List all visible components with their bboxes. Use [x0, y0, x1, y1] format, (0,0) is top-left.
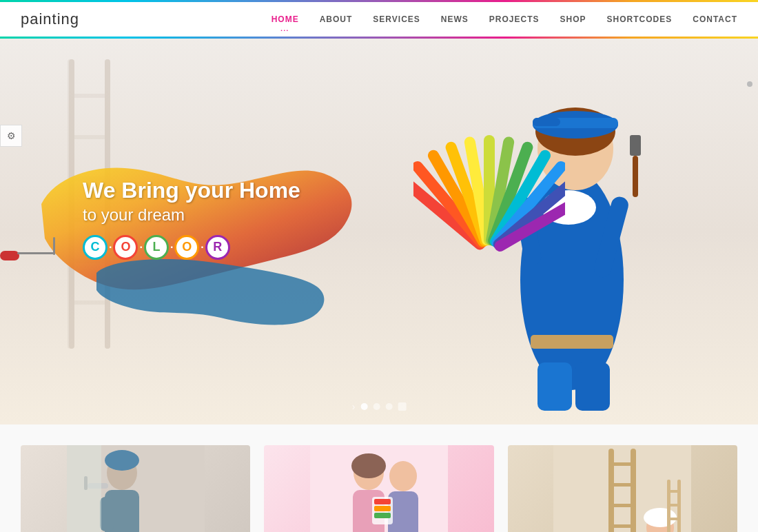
dot-separator-3: · [170, 241, 173, 254]
card-3-figure [508, 445, 737, 532]
svg-point-49 [351, 453, 386, 478]
svg-rect-36 [537, 362, 572, 411]
nav-news[interactable]: NEWS [441, 14, 469, 24]
svg-rect-37 [575, 362, 610, 411]
svg-point-45 [105, 450, 139, 471]
carousel-dot-3[interactable] [385, 403, 392, 410]
svg-rect-35 [531, 335, 613, 349]
card-2-figure [264, 445, 493, 532]
carousel-dot-4[interactable] [398, 402, 406, 411]
nav-about[interactable]: ABOUT [320, 14, 353, 24]
svg-rect-55 [374, 513, 391, 518]
card-ladder [508, 445, 737, 532]
svg-rect-57 [608, 449, 614, 532]
nav-shop[interactable]: SHOP [560, 14, 586, 24]
site-logo[interactable]: painting [21, 10, 79, 28]
carousel-dot-2[interactable] [373, 403, 380, 410]
color-letter-r: R [205, 235, 230, 260]
main-nav: HOME ABOUT SERVICES NEWS PROJECTS SHOP S… [272, 14, 737, 24]
color-letter-o2: O [174, 235, 199, 260]
svg-rect-3 [68, 135, 110, 139]
site-header: painting HOME ABOUT SERVICES NEWS PROJEC… [0, 2, 758, 39]
card-painter [21, 445, 250, 532]
color-word-display: C · O · L · O · R [83, 235, 300, 260]
svg-rect-2 [68, 94, 110, 98]
carousel-dot-1[interactable] [360, 403, 367, 410]
gear-icon: ⚙ [7, 130, 16, 141]
svg-rect-41 [100, 497, 114, 531]
card-couple [264, 445, 493, 532]
svg-rect-60 [608, 483, 636, 487]
nav-services[interactable]: SERVICES [373, 14, 420, 24]
card-1-figure [21, 445, 250, 532]
svg-rect-62 [608, 524, 636, 528]
settings-button[interactable]: ⚙ [0, 125, 22, 147]
hero-text-block: We Bring your Home to your dream C · O ·… [83, 176, 300, 260]
status-dot [747, 81, 752, 87]
svg-rect-58 [631, 449, 636, 532]
svg-point-50 [389, 461, 417, 491]
svg-rect-10 [53, 237, 55, 255]
hero-headline-2: to your dream [83, 205, 300, 225]
nav-home[interactable]: HOME [272, 14, 299, 24]
svg-rect-32 [633, 156, 638, 197]
hero-section: ⚙ [0, 39, 758, 424]
svg-rect-9 [17, 252, 55, 254]
hero-headline-1: We Bring your Home [83, 176, 300, 205]
svg-rect-44 [67, 445, 101, 532]
svg-rect-8 [0, 251, 19, 260]
paint-roller [0, 232, 65, 283]
nav-projects[interactable]: PROJECTS [489, 14, 540, 24]
nav-contact[interactable]: CONTACT [693, 14, 737, 24]
nav-shortcodes[interactable]: SHORTCODES [607, 14, 673, 24]
svg-rect-68 [667, 490, 681, 493]
cards-row [21, 445, 737, 532]
bottom-section [0, 424, 758, 532]
carousel-dots: › [352, 401, 407, 412]
carousel-prev[interactable]: › [352, 401, 356, 412]
color-letter-c: C [83, 235, 107, 260]
dot-separator-4: · [201, 241, 203, 254]
dot-separator-1: · [109, 241, 112, 254]
svg-rect-53 [374, 499, 391, 504]
color-swatch-fan [413, 121, 551, 245]
svg-rect-54 [374, 506, 391, 511]
svg-rect-59 [608, 462, 636, 466]
dot-separator-2: · [139, 241, 142, 254]
svg-rect-33 [630, 135, 641, 156]
color-letter-l: L [144, 235, 169, 260]
svg-rect-70 [667, 518, 681, 520]
svg-rect-61 [608, 504, 636, 507]
color-letter-o1: O [113, 235, 138, 260]
svg-rect-69 [667, 504, 681, 507]
